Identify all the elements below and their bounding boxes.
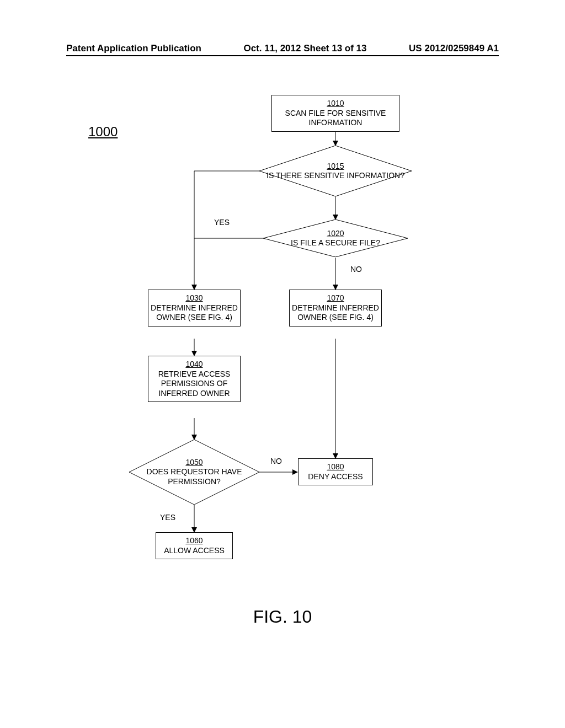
node-1030-text: DETERMINE INFERRED OWNER (SEE FIG. 4) xyxy=(151,303,238,322)
node-1050: 1050 DOES REQUESTOR HAVE PERMISSION? xyxy=(129,440,259,505)
node-1020-ref: 1020 xyxy=(327,229,344,239)
node-1040-ref: 1040 xyxy=(185,360,202,368)
node-1080: 1080 DENY ACCESS xyxy=(298,458,373,485)
node-1070-ref: 1070 xyxy=(327,293,344,302)
node-1010: 1010 SCAN FILE FOR SENSITIVE INFORMATION xyxy=(271,95,399,132)
node-1015-text: IS THERE SENSITIVE INFORMATION? xyxy=(266,171,404,181)
edge-1020-no: NO xyxy=(350,265,362,274)
node-1080-text: DENY ACCESS xyxy=(308,472,363,481)
node-1040-text: RETRIEVE ACCESS PERMISSIONS OF INFERRED … xyxy=(158,370,231,398)
node-1030-ref: 1030 xyxy=(185,293,202,302)
node-1060-ref: 1060 xyxy=(185,536,202,545)
figure-number-label: 1000 xyxy=(88,124,118,140)
node-1015-ref: 1015 xyxy=(327,162,344,172)
node-1050-text: DOES REQUESTOR HAVE PERMISSION? xyxy=(129,467,259,486)
node-1070: 1070 DETERMINE INFERRED OWNER (SEE FIG. … xyxy=(289,290,382,326)
edge-1050-no: NO xyxy=(270,457,282,465)
node-1010-ref: 1010 xyxy=(327,99,344,108)
edge-1050-yes: YES xyxy=(160,513,175,522)
edge-1020-yes: YES xyxy=(214,218,230,227)
node-1020-text: IS FILE A SECURE FILE? xyxy=(291,238,380,248)
node-1060: 1060 ALLOW ACCESS xyxy=(156,532,233,559)
node-1030: 1030 DETERMINE INFERRED OWNER (SEE FIG. … xyxy=(148,290,241,326)
node-1020: 1020 IS FILE A SECURE FILE? xyxy=(263,220,408,257)
node-1060-text: ALLOW ACCESS xyxy=(164,546,225,555)
node-1070-text: DETERMINE INFERRED OWNER (SEE FIG. 4) xyxy=(292,303,379,322)
node-1010-text: SCAN FILE FOR SENSITIVE INFORMATION xyxy=(285,109,386,127)
page: Patent Application Publication Oct. 11, … xyxy=(0,0,565,728)
node-1050-ref: 1050 xyxy=(185,458,202,468)
figure-title: FIG. 10 xyxy=(0,607,565,627)
node-1015: 1015 IS THERE SENSITIVE INFORMATION? xyxy=(259,146,412,196)
node-1080-ref: 1080 xyxy=(327,462,344,471)
node-1040: 1040 RETRIEVE ACCESS PERMISSIONS OF INFE… xyxy=(148,356,241,402)
